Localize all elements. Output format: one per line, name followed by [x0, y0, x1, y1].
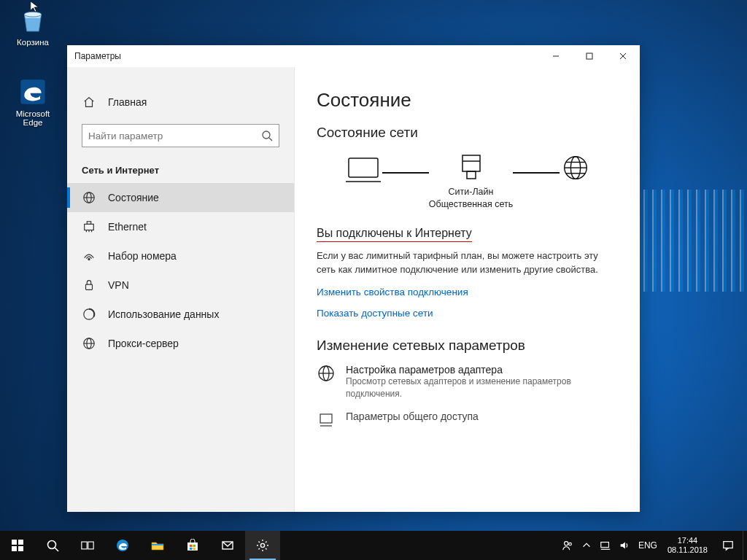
- svg-rect-22: [349, 158, 378, 177]
- sharing-icon: [317, 411, 336, 429]
- svg-point-54: [564, 542, 568, 545]
- sidebar: Главная Сеть и Интернет Состояние Ethern…: [67, 67, 295, 512]
- window-title: Параметры: [74, 51, 121, 61]
- svg-point-16: [88, 258, 90, 260]
- sidebar-item-ethernet[interactable]: Ethernet: [67, 212, 294, 241]
- adapter-icon: [317, 364, 336, 383]
- tray-language[interactable]: ENG: [634, 540, 662, 551]
- option-sharing-settings[interactable]: Параметры общего доступа: [317, 411, 619, 429]
- sidebar-item-label: Прокси-сервер: [108, 338, 179, 349]
- taskbar-mail[interactable]: [210, 531, 245, 560]
- settings-window: Параметры Главная Сеть и Интернет Состоя…: [67, 45, 640, 512]
- svg-rect-15: [87, 222, 90, 225]
- desktop-icon-label: Microsoft Edge: [6, 109, 60, 127]
- taskbar-store[interactable]: [175, 531, 210, 560]
- sidebar-item-status[interactable]: Состояние: [67, 183, 294, 212]
- link-change-connection-properties[interactable]: Изменить свойства подключения: [317, 287, 619, 298]
- edge-icon: [18, 77, 47, 106]
- network-type: Общественная сеть: [429, 198, 513, 211]
- svg-rect-51: [193, 548, 196, 550]
- tray-network-icon[interactable]: [596, 531, 615, 560]
- svg-point-55: [569, 542, 572, 545]
- svg-rect-56: [601, 542, 609, 548]
- sidebar-home[interactable]: Главная: [67, 88, 294, 117]
- svg-rect-40: [18, 546, 23, 551]
- svg-rect-58: [724, 542, 732, 548]
- minimize-button[interactable]: [539, 45, 573, 67]
- device-icon: [344, 154, 382, 208]
- svg-line-7: [269, 138, 272, 141]
- svg-rect-26: [467, 171, 476, 179]
- svg-rect-11: [85, 224, 94, 230]
- tray-date: 08.11.2018: [667, 545, 708, 555]
- svg-point-6: [263, 131, 270, 139]
- sidebar-home-label: Главная: [108, 96, 147, 108]
- svg-rect-37: [12, 540, 17, 545]
- svg-rect-49: [193, 545, 196, 547]
- desktop-icon-edge[interactable]: Microsoft Edge: [6, 77, 60, 127]
- dialup-icon: [82, 249, 96, 263]
- svg-rect-50: [190, 548, 193, 550]
- option-adapter-settings[interactable]: Настройка параметров адаптера Просмотр с…: [317, 364, 619, 400]
- tray-volume-icon[interactable]: [615, 531, 634, 560]
- network-name: Сити-Лайн: [429, 186, 513, 198]
- sidebar-item-proxy[interactable]: Прокси-сервер: [67, 329, 294, 358]
- sidebar-group-title: Сеть и Интернет: [67, 160, 294, 183]
- proxy-icon: [82, 336, 96, 351]
- option-title: Параметры общего доступа: [346, 411, 479, 422]
- tray-chevron-up-icon[interactable]: [577, 531, 596, 560]
- svg-point-53: [260, 543, 264, 547]
- svg-rect-38: [18, 540, 23, 545]
- sidebar-item-label: Набор номера: [108, 250, 177, 262]
- tray-action-center[interactable]: [713, 540, 743, 551]
- search-box[interactable]: [82, 124, 279, 147]
- data-usage-icon: [82, 307, 96, 322]
- show-desktop-button[interactable]: [743, 531, 747, 560]
- svg-point-41: [48, 541, 56, 549]
- recycle-bin-icon: [18, 6, 47, 35]
- home-icon: [82, 95, 96, 109]
- svg-rect-48: [190, 545, 193, 547]
- svg-line-42: [55, 548, 58, 551]
- sidebar-item-vpn[interactable]: VPN: [67, 271, 294, 300]
- svg-rect-24: [462, 155, 480, 171]
- taskbar: ENG 17:44 08.11.2018: [0, 531, 747, 560]
- network-diagram: Сити-Лайн Общественная сеть: [317, 151, 619, 211]
- titlebar[interactable]: Параметры: [67, 45, 640, 67]
- svg-rect-47: [187, 542, 198, 551]
- sidebar-item-label: Ethernet: [108, 221, 147, 233]
- page-title: Состояние: [317, 89, 619, 112]
- sidebar-item-label: Использование данных: [108, 308, 219, 320]
- maximize-button[interactable]: [573, 45, 606, 67]
- search-button[interactable]: [35, 531, 70, 560]
- taskbar-settings[interactable]: [245, 531, 280, 560]
- main-pane: Состояние Состояние сети Сити-Лайн Общес…: [295, 67, 640, 512]
- desktop-icon-recycle-bin[interactable]: Корзина: [6, 6, 60, 47]
- close-button[interactable]: [606, 45, 640, 67]
- sidebar-item-label: Состояние: [108, 192, 159, 203]
- sidebar-item-label: VPN: [108, 279, 129, 291]
- taskbar-file-explorer[interactable]: [140, 531, 175, 560]
- svg-rect-39: [12, 546, 17, 551]
- ethernet-icon: [82, 219, 96, 234]
- taskbar-edge[interactable]: [105, 531, 140, 560]
- svg-rect-43: [82, 542, 87, 549]
- svg-rect-35: [320, 414, 332, 423]
- desktop-icon-label: Корзина: [6, 38, 60, 47]
- tray-time: 17:44: [667, 536, 708, 545]
- svg-point-0: [24, 12, 41, 17]
- sidebar-item-dialup[interactable]: Набор номера: [67, 241, 294, 271]
- change-network-settings-heading: Изменение сетевых параметров: [317, 338, 619, 354]
- start-button[interactable]: [0, 531, 35, 560]
- status-icon: [82, 190, 96, 205]
- search-input[interactable]: [88, 131, 261, 141]
- task-view-button[interactable]: [70, 531, 105, 560]
- tray-clock[interactable]: 17:44 08.11.2018: [662, 536, 713, 555]
- link-show-available-networks[interactable]: Показать доступные сети: [317, 308, 619, 319]
- option-title: Настройка параметров адаптера: [346, 364, 616, 376]
- connected-heading: Вы подключены к Интернету: [317, 227, 472, 242]
- router-icon: Сити-Лайн Общественная сеть: [429, 151, 513, 211]
- sidebar-item-data-usage[interactable]: Использование данных: [67, 300, 294, 329]
- search-icon: [261, 130, 273, 141]
- tray-people[interactable]: [558, 531, 577, 560]
